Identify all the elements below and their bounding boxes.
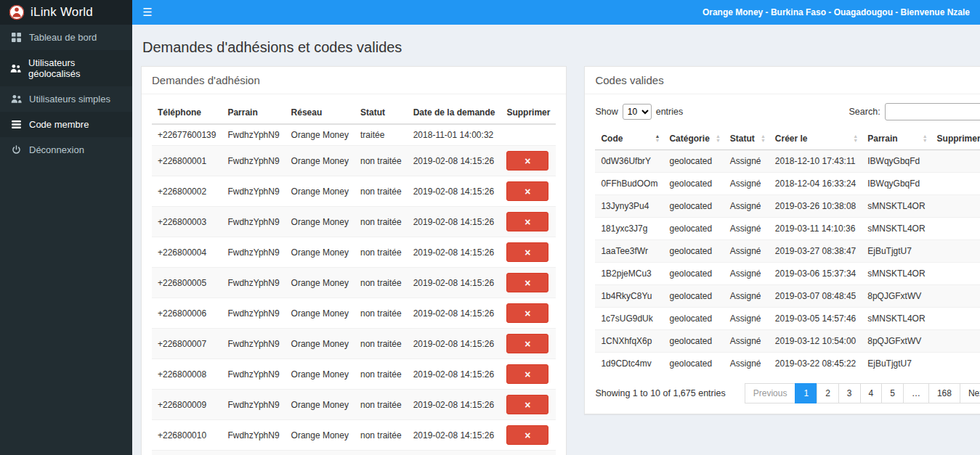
code-cell: 1CNXhfqX6p <box>595 330 663 353</box>
pagination-1[interactable]: 1 <box>795 383 817 403</box>
delete-request-button[interactable]: × <box>506 364 548 384</box>
hamburger-icon: ☰ <box>142 6 152 19</box>
pagination-next[interactable]: Next <box>960 383 980 403</box>
status-cell: non traitée <box>355 451 408 455</box>
codes-column-header[interactable]: Catégorie▲▼ <box>663 128 724 150</box>
status-cell: non traitée <box>355 146 408 176</box>
codes-column-header[interactable]: Code▲▼ <box>595 128 663 150</box>
code-cell: 13Jyny3Pu4 <box>595 195 663 218</box>
page-length-select[interactable]: 10 <box>623 104 652 120</box>
delete-request-button[interactable]: × <box>506 181 548 201</box>
search-control: Search: <box>849 103 980 120</box>
parrain-cell: IBWqyGbqFd <box>862 150 931 173</box>
created-cell: 2019-03-26 10:38:08 <box>769 195 862 218</box>
codes-panel: Codes valides Show 10 entries Search: <box>584 66 980 414</box>
status-cell: Assigné <box>724 353 769 375</box>
delete-cell <box>931 285 980 308</box>
created-cell: 2018-12-04 16:33:24 <box>769 173 862 195</box>
created-cell: 2019-03-27 08:38:47 <box>769 240 862 263</box>
network-cell: Orange Money <box>286 124 355 146</box>
code-row: 1b4RkyC8YugeolocatedAssigné2019-03-07 08… <box>595 285 980 308</box>
pagination-168[interactable]: 168 <box>928 383 960 403</box>
created-cell: 2018-12-10 17:43:11 <box>769 150 862 173</box>
network-cell: Orange Money <box>286 268 355 298</box>
x-icon: × <box>525 217 530 227</box>
sidebar-item-users-geolocated[interactable]: Utilisateurs géolocalisés <box>0 50 132 86</box>
date-cell: 2019-02-08 14:15:26 <box>408 146 501 176</box>
list-icon <box>10 120 22 129</box>
code-row: 0FFhBudOOmgeolocatedAssigné2018-12-04 16… <box>595 173 980 195</box>
users-icon <box>10 64 21 73</box>
phone-cell: +226800003 <box>152 207 222 237</box>
created-cell: 2019-03-12 10:54:00 <box>769 330 862 353</box>
x-icon: × <box>525 430 530 440</box>
category-cell: geolocated <box>663 150 724 173</box>
sidebar-item-label: Utilisateurs géolocalisés <box>28 57 122 79</box>
phone-cell: +226800004 <box>152 237 222 268</box>
welcome-text: Orange Money - Burkina Faso - Ouagadougo… <box>702 7 980 17</box>
table-controls: Show 10 entries Search: <box>595 103 980 120</box>
app-root: iLink World ☰ Orange Money - Burkina Fas… <box>0 0 980 455</box>
requests-table-body: +22677600139FwdhzYphN9Orange Moneytraité… <box>152 124 556 455</box>
status-cell: non traitée <box>355 420 408 451</box>
column-label: Parrain <box>867 134 897 144</box>
sidebar-item-users-simple[interactable]: Utilisateurs simples <box>0 86 132 112</box>
delete-cell: × <box>501 237 556 268</box>
codes-column-header[interactable]: Supprimer▲▼ <box>931 128 980 150</box>
x-icon: × <box>525 247 530 258</box>
request-row: +226800004FwdhzYphN9Orange Moneynon trai… <box>152 237 556 268</box>
date-cell: 2019-02-08 14:15:26 <box>408 390 501 420</box>
status-cell: non traitée <box>355 329 408 359</box>
pagination-3[interactable]: 3 <box>838 383 861 403</box>
delete-request-button[interactable]: × <box>506 273 548 292</box>
code-row: 1aaTee3fWrgeolocatedAssigné2019-03-27 08… <box>595 240 980 263</box>
delete-cell: × <box>501 176 556 207</box>
request-row: +226800007FwdhzYphN9Orange Moneynon trai… <box>152 329 556 359</box>
column-label: Statut <box>730 134 755 144</box>
delete-request-button[interactable]: × <box>506 395 548 414</box>
date-cell: 2019-02-08 14:15:26 <box>408 268 501 298</box>
parrain-cell: FwdhzYphN9 <box>222 176 285 207</box>
delete-request-button[interactable]: × <box>506 212 548 231</box>
delete-request-button[interactable]: × <box>506 425 548 445</box>
code-cell: 1B2pjeMCu3 <box>595 263 663 285</box>
codes-column-header[interactable]: Créer le▲▼ <box>769 128 862 150</box>
date-cell: 2019-02-12 19:10:32 <box>408 451 501 455</box>
status-cell: Assigné <box>724 263 769 285</box>
delete-request-button[interactable]: × <box>506 242 548 262</box>
brand[interactable]: iLink World <box>0 0 132 25</box>
sidebar-item-logout[interactable]: Déconnexion <box>0 137 132 163</box>
table-footer: Showing 1 to 10 of 1,675 entries Previou… <box>595 383 980 403</box>
request-row: +226800010FwdhzYphN9Orange Moneynon trai… <box>152 420 556 451</box>
parrain-cell: EjBuTjgtU7 <box>862 353 931 375</box>
request-row: +226800002FwdhzYphN9Orange Moneynon trai… <box>152 176 556 207</box>
power-icon <box>10 145 22 155</box>
category-cell: geolocated <box>663 285 724 308</box>
pagination-2[interactable]: 2 <box>817 383 839 403</box>
delete-request-button[interactable]: × <box>506 334 548 353</box>
date-cell: 2019-02-08 14:15:26 <box>408 176 501 207</box>
pagination-5[interactable]: 5 <box>881 383 904 403</box>
request-row: +226800003FwdhzYphN9Orange Moneynon trai… <box>152 207 556 237</box>
column-label: Code <box>601 134 623 144</box>
page-length-control: Show 10 entries <box>595 104 683 120</box>
search-input[interactable] <box>885 103 980 120</box>
delete-cell <box>931 218 980 240</box>
delete-request-button[interactable]: × <box>506 303 548 323</box>
codes-column-header[interactable]: Parrain▲▼ <box>862 128 931 150</box>
category-cell: geolocated <box>663 263 724 285</box>
phone-cell: +226800010 <box>152 420 222 451</box>
pagination-previous[interactable]: Previous <box>745 383 796 403</box>
code-row: 181yxc3J7ggeolocatedAssigné2019-03-11 14… <box>595 218 980 240</box>
status-cell: Assigné <box>724 195 769 218</box>
code-row: 1c7sUG9dUkgeolocatedAssigné2019-03-05 14… <box>595 308 980 330</box>
phone-cell: +226800001 <box>152 146 222 176</box>
pagination-4[interactable]: 4 <box>860 383 883 403</box>
delete-request-button[interactable]: × <box>506 151 548 171</box>
network-cell: Orange Money <box>286 176 355 207</box>
menu-toggle-button[interactable]: ☰ <box>132 0 163 25</box>
sidebar-item-dashboard[interactable]: Tableau de bord <box>0 25 132 50</box>
codes-column-header[interactable]: Statut▲▼ <box>724 128 769 150</box>
sidebar-item-member-code[interactable]: Code membre <box>0 112 132 137</box>
dashboard-icon <box>10 33 22 42</box>
